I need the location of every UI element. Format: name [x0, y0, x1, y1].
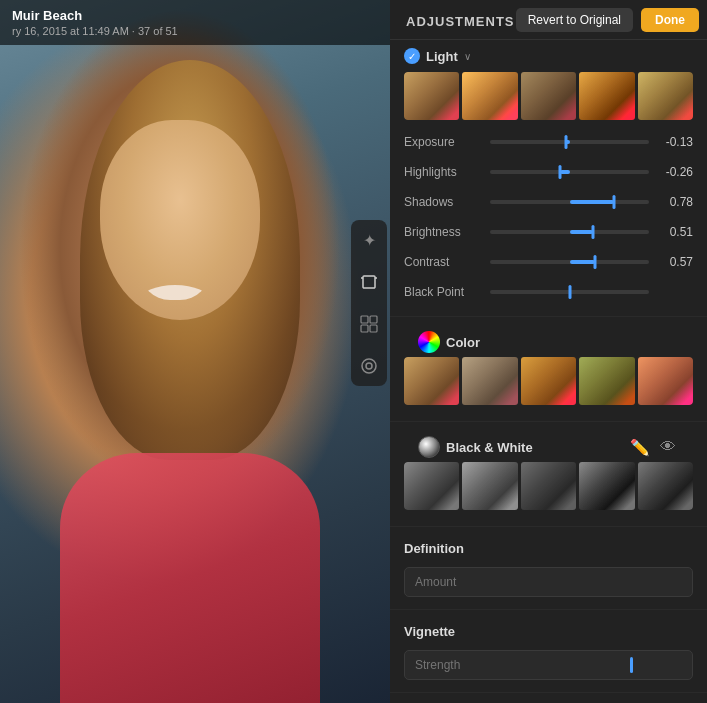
highlights-label: Highlights [404, 165, 484, 179]
photo-subtitle: ry 16, 2015 at 11:49 AM · 37 of 51 [12, 25, 178, 37]
blackpoint-row: Black Point [404, 278, 693, 306]
light-section-header[interactable]: Light ∨ [404, 48, 693, 64]
bw-section: Black & White ✏️ 👁 [390, 422, 707, 527]
shadows-value: 0.78 [655, 195, 693, 209]
shadows-thumb [613, 195, 616, 209]
color-thumb-3[interactable] [521, 357, 576, 405]
pencil-icon[interactable]: ✏️ [629, 436, 651, 458]
color-thumb-5[interactable] [638, 357, 693, 405]
light-thumb-strip [404, 72, 693, 120]
brightness-track[interactable] [490, 230, 649, 234]
shadows-fill [570, 200, 615, 204]
exposure-track[interactable] [490, 140, 649, 144]
photo-area: Muir Beach ry 16, 2015 at 11:49 AM · 37 … [0, 0, 390, 703]
highlights-track[interactable] [490, 170, 649, 174]
exposure-row: Exposure -0.13 [404, 128, 693, 156]
vignette-section: Vignette [390, 610, 707, 693]
color-title: Color [446, 335, 480, 350]
light-title: Light [426, 49, 458, 64]
shadows-label: Shadows [404, 195, 484, 209]
bw-thumb-3[interactable] [521, 462, 576, 510]
bw-thumb-4[interactable] [579, 462, 634, 510]
brightness-row: Brightness 0.51 [404, 218, 693, 246]
done-button[interactable]: Done [641, 8, 699, 32]
light-thumb-4[interactable] [579, 72, 634, 120]
brightness-fill [570, 230, 594, 234]
eye-icon[interactable]: 👁 [657, 436, 679, 458]
color-dot-icon [418, 331, 440, 353]
color-thumb-strip [404, 357, 693, 405]
vignette-title: Vignette [404, 624, 455, 639]
photo-shirt [60, 453, 320, 703]
light-thumb-3[interactable] [521, 72, 576, 120]
svg-rect-4 [370, 316, 377, 323]
color-thumb-2[interactable] [462, 357, 517, 405]
exposure-value: -0.13 [655, 135, 693, 149]
definition-section: Definition [390, 527, 707, 610]
contrast-track[interactable] [490, 260, 649, 264]
blackpoint-track[interactable] [490, 290, 649, 294]
photo-title: Muir Beach [12, 8, 178, 23]
contrast-value: 0.57 [655, 255, 693, 269]
filters-icon[interactable] [357, 312, 381, 336]
exposure-label: Exposure [404, 135, 484, 149]
side-icons-panel: ✦ [351, 220, 387, 386]
titlebar: Muir Beach ry 16, 2015 at 11:49 AM · 37 … [0, 0, 390, 45]
revert-button[interactable]: Revert to Original [516, 8, 633, 32]
blackpoint-thumb [568, 285, 571, 299]
definition-title: Definition [404, 541, 464, 556]
shadows-track[interactable] [490, 200, 649, 204]
svg-rect-0 [363, 276, 375, 288]
bw-thumb-strip [404, 462, 693, 510]
contrast-row: Contrast 0.57 [404, 248, 693, 276]
crop-icon[interactable] [357, 270, 381, 294]
right-panel: ADJUSTMENTS Add Light ∨ Exposure -0.13 [390, 0, 707, 703]
definition-amount-input[interactable] [404, 567, 693, 597]
bw-icon [418, 436, 440, 458]
brightness-value: 0.51 [655, 225, 693, 239]
contrast-fill [570, 260, 595, 264]
blackpoint-label: Black Point [404, 285, 484, 299]
bw-thumb-1[interactable] [404, 462, 459, 510]
svg-point-7 [362, 359, 376, 373]
brightness-thumb [592, 225, 595, 239]
svg-rect-6 [370, 325, 377, 332]
contrast-label: Contrast [404, 255, 484, 269]
highlights-thumb [558, 165, 561, 179]
highlights-value: -0.26 [655, 165, 693, 179]
color-thumb-1[interactable] [404, 357, 459, 405]
contrast-thumb [593, 255, 596, 269]
svg-point-8 [366, 363, 372, 369]
vignette-strength-input[interactable] [404, 650, 693, 680]
panel-title: ADJUSTMENTS [406, 14, 515, 29]
magic-wand-icon[interactable]: ✦ [357, 228, 381, 252]
light-section: Light ∨ Exposure -0.13 Highlights [390, 40, 707, 317]
bw-thumb-2[interactable] [462, 462, 517, 510]
light-thumb-1[interactable] [404, 72, 459, 120]
definition-amount-row [404, 567, 693, 597]
exposure-thumb [565, 135, 568, 149]
highlights-row: Highlights -0.26 [404, 158, 693, 186]
bw-title: Black & White [446, 440, 533, 455]
bw-section-header: Black & White ✏️ 👁 [404, 430, 693, 462]
light-check [404, 48, 420, 64]
vignette-strength-row [404, 650, 693, 680]
color-section-header: Color [404, 325, 693, 357]
light-chevron: ∨ [464, 51, 471, 62]
light-thumb-2[interactable] [462, 72, 517, 120]
light-thumb-5[interactable] [638, 72, 693, 120]
brightness-label: Brightness [404, 225, 484, 239]
svg-rect-3 [361, 316, 368, 323]
wb-section: White Balance Neutral Gray ⌃⌄ [390, 693, 707, 703]
bw-thumb-5[interactable] [638, 462, 693, 510]
adjust-icon[interactable] [357, 354, 381, 378]
top-buttons: Revert to Original Done [516, 8, 699, 32]
shadows-row: Shadows 0.78 [404, 188, 693, 216]
color-section: Color [390, 317, 707, 422]
color-thumb-4[interactable] [579, 357, 634, 405]
svg-rect-5 [361, 325, 368, 332]
